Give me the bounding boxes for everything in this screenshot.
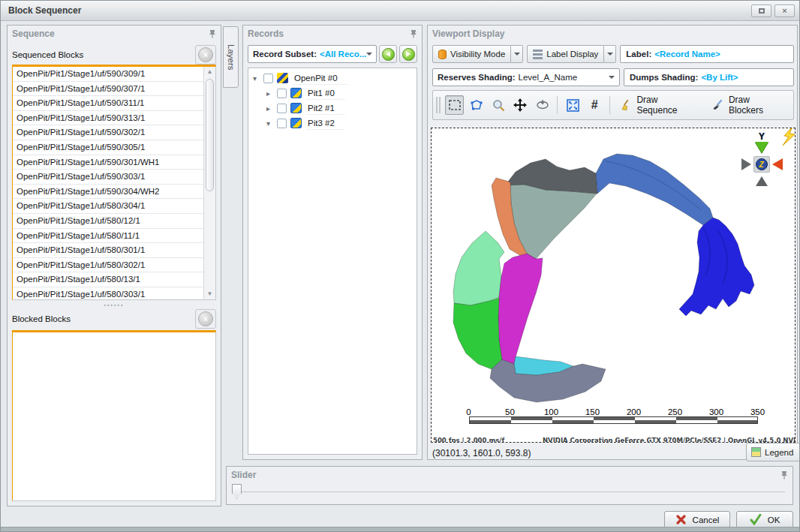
scroll-up-icon[interactable]: ▲: [205, 67, 215, 77]
grid-toggle-button[interactable]: #: [585, 95, 604, 115]
cursor-coordinates: (30101.3, 1601.0, 593.8): [432, 448, 531, 458]
visibility-mode-button[interactable]: Visibility Mode: [432, 45, 511, 63]
sequenced-block-row[interactable]: OpenPit/Pit1/Stage1/uf/580/303/1: [13, 287, 215, 300]
axis-widget[interactable]: Y Z: [739, 131, 784, 186]
scroll-down-icon[interactable]: ▼: [205, 289, 215, 299]
axis-left-arrow-icon[interactable]: [741, 158, 751, 170]
lightning-icon[interactable]: [780, 128, 795, 146]
axis-z-button[interactable]: Z: [753, 156, 770, 173]
checkbox[interactable]: [263, 74, 273, 83]
sequenced-block-row[interactable]: OpenPit/Pit1/Stage1/uf/590/309/1: [13, 67, 215, 82]
pin-icon[interactable]: [410, 29, 417, 38]
clear-blocked-frame[interactable]: ×: [195, 309, 216, 329]
sequenced-list-scrollbar[interactable]: ▲ ▼: [203, 67, 215, 299]
sequenced-block-row[interactable]: OpenPit/Pit1/Stage1/uf/580/301/1: [13, 243, 215, 258]
tree-item[interactable]: Pit1 #0: [248, 86, 417, 101]
paintbrush-icon: [712, 99, 724, 111]
sequenced-blocks-list[interactable]: OpenPit/Pit1/Stage1/uf/590/309/1 OpenPit…: [12, 65, 216, 300]
dumps-shading-field[interactable]: Dumps Shading: <By Lift>: [624, 68, 794, 86]
fit-to-window-button[interactable]: [563, 95, 582, 115]
move-left-button[interactable]: [379, 45, 397, 63]
sequenced-block-row[interactable]: OpenPit/Pit1/Stage1/uf/590/307/1: [13, 82, 215, 97]
toolbar-grip[interactable]: [436, 97, 441, 113]
expand-arrow-icon[interactable]: [266, 89, 275, 98]
expand-arrow-icon[interactable]: [253, 74, 262, 83]
marquee-select-button[interactable]: [445, 95, 464, 115]
move-right-button[interactable]: [399, 45, 417, 63]
red-x-icon: [675, 514, 687, 525]
sequenced-block-row[interactable]: OpenPit/Pit1/Stage1/uf/590/305/1: [13, 140, 215, 155]
sequenced-block-row[interactable]: OpenPit/Pit1/Stage1/uf/580/13/1: [13, 272, 215, 287]
tree-item[interactable]: Pit3 #2: [248, 116, 417, 131]
clear-blocked-icon[interactable]: ×: [198, 311, 213, 326]
cancel-button[interactable]: Cancel: [664, 511, 730, 528]
chevron-down-icon: [366, 53, 372, 56]
sequenced-block-row[interactable]: OpenPit/Pit1/Stage1/uf/590/313/1: [13, 111, 215, 126]
green-check-icon: [750, 514, 762, 525]
sequenced-block-row[interactable]: OpenPit/Pit1/Stage1/uf/580/304/1: [13, 199, 215, 214]
scroll-thumb[interactable]: [206, 79, 214, 191]
close-button[interactable]: ×: [774, 5, 795, 17]
records-tree[interactable]: OpenPit #0 Pit1 #0 Pit2 #1: [248, 68, 417, 455]
orbit-button[interactable]: [533, 95, 552, 115]
clear-sequenced-icon[interactable]: ×: [198, 47, 213, 62]
pin-icon[interactable]: [780, 470, 788, 479]
pan-button[interactable]: [511, 95, 530, 115]
blocked-blocks-list[interactable]: [12, 330, 216, 501]
sequenced-block-row[interactable]: OpenPit/Pit1/Stage1/uf/590/311/1: [13, 96, 215, 111]
expand-arrow-icon[interactable]: [266, 119, 275, 128]
layers-tab[interactable]: Layers: [223, 26, 239, 88]
lists-splitter[interactable]: ▪▪▪▪▪▪: [12, 301, 216, 308]
mesh-region-magenta: [498, 254, 543, 364]
label-display-dropdown[interactable]: [604, 45, 616, 63]
visibility-mode-label: Visibility Mode: [450, 50, 505, 59]
visibility-mode-dropdown[interactable]: [511, 45, 523, 63]
sequenced-block-row[interactable]: OpenPit/Pit1/Stage1/uf/580/12/1: [13, 214, 215, 229]
sequenced-block-row[interactable]: OpenPit/Pit1/Stage1/uf/590/301/WH1: [13, 155, 215, 170]
axis-right-arrow-icon[interactable]: [772, 158, 783, 170]
draw-sequence-button[interactable]: Draw Sequence: [615, 95, 704, 115]
slider-track[interactable]: [234, 491, 785, 492]
label-display-button[interactable]: Label Display: [527, 45, 604, 63]
sequenced-blocks-title: Sequenced Blocks: [12, 50, 195, 59]
scalebar-tick-label: 200: [613, 407, 654, 416]
sequenced-block-row[interactable]: OpenPit/Pit1/Stage1/uf/590/302/1: [13, 125, 215, 140]
polygon-select-button[interactable]: [467, 95, 486, 115]
slider-thumb[interactable]: [232, 484, 242, 499]
checkbox[interactable]: [277, 89, 287, 98]
sequenced-block-row[interactable]: OpenPit/Pit1/Stage1/uf/590/303/1: [13, 170, 215, 185]
toolbar-separator: [609, 96, 610, 114]
clear-sequenced-frame[interactable]: ×: [195, 45, 216, 65]
viewport-panel-header: Viewport Display: [428, 26, 797, 42]
legend-label: Legend: [765, 448, 793, 457]
zoom-button[interactable]: [489, 95, 508, 115]
scalebar-tick-label: 50: [489, 407, 531, 416]
sequenced-block-row[interactable]: OpenPit/Pit1/Stage1/uf/590/304/WH2: [13, 185, 215, 200]
checkbox[interactable]: [277, 119, 287, 128]
checkbox[interactable]: [277, 104, 287, 113]
reserves-shading-value: Level_A_Name: [519, 73, 578, 82]
tree-item[interactable]: Pit2 #1: [248, 101, 417, 116]
gpu-text: NVIDIA Corporation GeForce GTX 970M/PCIe…: [543, 437, 795, 443]
maximize-button[interactable]: [751, 5, 771, 17]
sequenced-block-row[interactable]: OpenPit/Pit1/Stage1/uf/580/11/1: [13, 229, 215, 244]
legend-button[interactable]: Legend: [746, 443, 800, 461]
tree-item[interactable]: OpenPit #0: [248, 71, 417, 86]
sequence-panel-title: Sequence: [12, 29, 209, 39]
orbit-icon: [536, 99, 549, 111]
axis-down-arrow-icon[interactable]: [755, 142, 768, 153]
viewport-3d[interactable]: Y Z 050100150200250300350: [431, 128, 795, 443]
label-display-label: Label Display: [546, 50, 598, 59]
records-panel: Records Record Subset: <All Reco...: [242, 25, 423, 460]
label-field[interactable]: Label: <Record Name>: [620, 45, 794, 63]
ok-button[interactable]: OK: [736, 511, 793, 528]
record-subset-dropdown[interactable]: Record Subset: <All Reco...: [248, 45, 377, 63]
expand-arrow-icon[interactable]: [266, 104, 275, 113]
reserves-shading-dropdown[interactable]: Reserves Shading: Level_A_Name: [432, 68, 620, 86]
axis-up-arrow-icon[interactable]: [756, 176, 768, 186]
titlebar[interactable]: Block Sequencer ×: [1, 1, 799, 21]
scalebar: [469, 416, 758, 424]
sequenced-block-row[interactable]: OpenPit/Pit1/Stage1/uf/580/302/1: [13, 258, 215, 273]
draw-blockers-button[interactable]: Draw Blockers: [707, 95, 790, 115]
pin-icon[interactable]: [209, 29, 216, 38]
